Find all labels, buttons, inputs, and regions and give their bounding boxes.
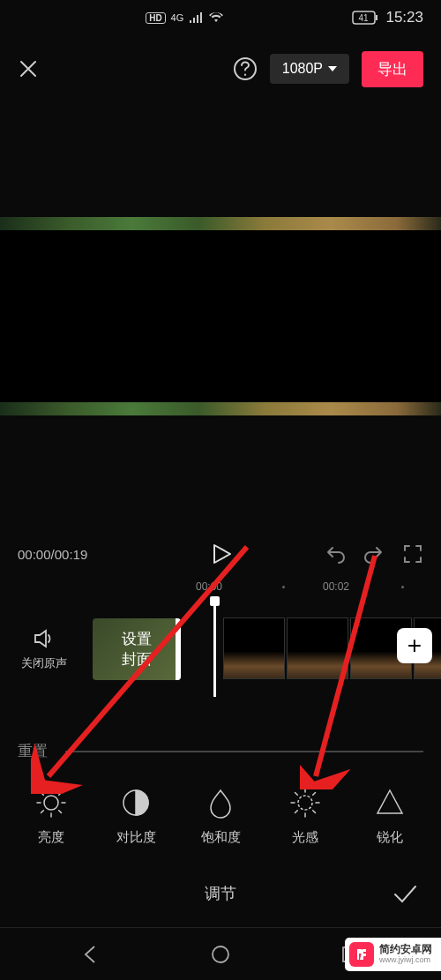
hd-badge: HD — [146, 12, 165, 24]
svg-rect-1 — [376, 15, 377, 20]
svg-text:41: 41 — [359, 13, 370, 23]
svg-point-7 — [213, 946, 228, 962]
cover-label: 设置 封面 — [122, 629, 152, 670]
mute-audio-button[interactable]: 关闭原声 — [0, 627, 88, 671]
speaker-icon — [33, 627, 56, 650]
fullscreen-button[interactable] — [402, 543, 423, 565]
svg-point-4 — [44, 796, 58, 810]
clip-thumbnail[interactable] — [223, 617, 285, 679]
nav-back-button[interactable] — [81, 945, 101, 964]
sharpen-icon — [372, 785, 407, 820]
add-clip-button[interactable]: + — [397, 628, 432, 663]
wifi-icon — [208, 11, 224, 24]
watermark-title: 简约安卓网 — [379, 944, 432, 955]
adjust-slider[interactable] — [65, 751, 423, 752]
playback-bar: 00:00/00:19 — [0, 536, 441, 572]
panel-title-bar: 调节 — [0, 872, 441, 916]
chevron-down-icon — [328, 66, 337, 71]
video-preview[interactable] — [0, 217, 441, 415]
top-bar: 1080P 导出 — [0, 44, 441, 94]
reset-button[interactable]: 重置 — [18, 741, 48, 761]
close-icon[interactable] — [18, 58, 39, 79]
resolution-label: 1080P — [282, 61, 323, 77]
mute-label: 关闭原声 — [21, 655, 67, 671]
tool-contrast[interactable]: 对比度 — [101, 785, 171, 846]
battery-icon: 41 — [352, 11, 378, 25]
resolution-selector[interactable]: 1080P — [270, 54, 349, 84]
timeline-marks: 00:00 00:02 — [0, 580, 441, 598]
watermark: 简约安卓网 www.jyiwj.com — [345, 938, 441, 971]
svg-point-6 — [298, 796, 312, 810]
help-icon[interactable] — [233, 56, 258, 81]
timecode: 00:00/00:19 — [18, 547, 87, 562]
status-bar: HD 4G 41 15:23 — [0, 0, 441, 35]
network-indicator: 4G — [171, 12, 184, 23]
timeline-row: 关闭原声 设置 封面 — [0, 611, 441, 686]
watermark-url: www.jyiwj.com — [379, 956, 432, 965]
adjust-slider-row: 重置 — [0, 741, 441, 761]
export-button[interactable]: 导出 — [362, 51, 423, 87]
tool-brightness[interactable]: 亮度 — [16, 785, 86, 846]
contrast-icon — [118, 785, 153, 820]
undo-button[interactable] — [325, 543, 346, 565]
brightness-icon — [34, 785, 69, 820]
saturation-icon — [203, 785, 238, 820]
playhead[interactable] — [213, 600, 216, 697]
redo-button[interactable] — [363, 543, 385, 565]
clip-thumbnail[interactable] — [287, 617, 348, 679]
light-sense-icon — [288, 785, 323, 820]
confirm-button[interactable] — [391, 879, 419, 908]
watermark-logo — [349, 942, 374, 967]
signal-icon — [189, 11, 203, 24]
panel-title: 调节 — [205, 883, 236, 904]
tool-saturation[interactable]: 饱和度 — [185, 785, 256, 846]
status-time: 15:23 — [385, 9, 423, 26]
tool-sharpen[interactable]: 锐化 — [355, 785, 425, 846]
play-button[interactable] — [208, 542, 233, 566]
set-cover-button[interactable]: 设置 封面 — [93, 618, 181, 680]
nav-home-button[interactable] — [211, 945, 230, 964]
adjust-tools: 亮度 对比度 饱和度 光感 锐化 — [0, 785, 441, 846]
tool-light-sense[interactable]: 光感 — [270, 785, 340, 846]
